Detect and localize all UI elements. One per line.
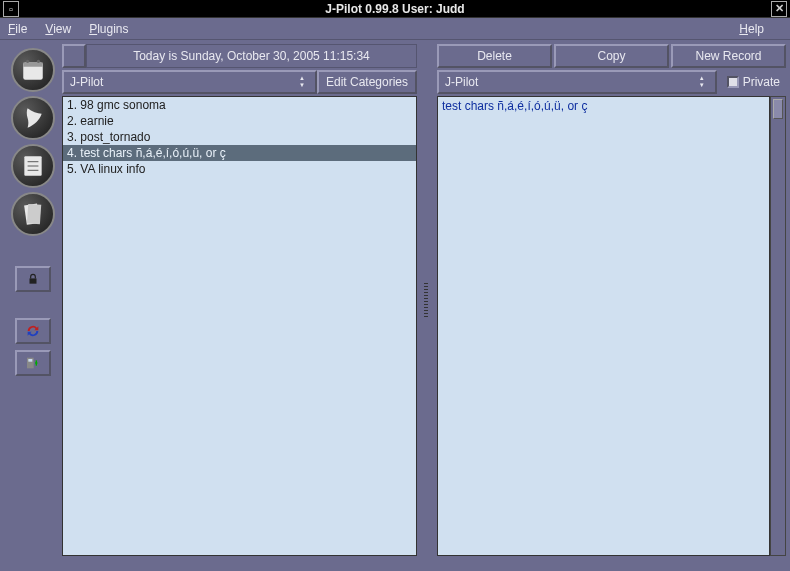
new-record-label: New Record	[695, 49, 761, 63]
svg-rect-10	[30, 278, 37, 283]
copy-label: Copy	[597, 49, 625, 63]
list-item[interactable]: 3. post_tornado	[63, 129, 416, 145]
memo-editor-text: test chars ñ,á,é,í,ó,ú,ü, or ç	[442, 99, 587, 113]
menubar: File View Plugins Help	[0, 18, 790, 40]
svg-point-3	[37, 60, 40, 63]
edit-categories-label: Edit Categories	[326, 75, 408, 89]
memo-icon[interactable]	[11, 192, 55, 236]
sync-button[interactable]	[15, 318, 51, 344]
copy-button[interactable]: Copy	[554, 44, 669, 68]
today-nav-button[interactable]	[62, 44, 86, 68]
sidebar	[4, 44, 62, 556]
list-item[interactable]: 2. earnie	[63, 113, 416, 129]
edit-categories-button[interactable]: Edit Categories	[317, 70, 417, 94]
menu-help[interactable]: Help	[739, 22, 764, 36]
private-label: Private	[743, 75, 780, 89]
memo-editor[interactable]: test chars ñ,á,é,í,ó,ú,ü, or ç	[437, 96, 770, 556]
todo-icon[interactable]	[11, 144, 55, 188]
editor-scrollbar[interactable]	[770, 96, 786, 556]
delete-label: Delete	[477, 49, 512, 63]
split-handle[interactable]	[421, 44, 431, 556]
window-menu-button[interactable]: ▫	[3, 1, 19, 17]
window-title: J-Pilot 0.99.8 User: Judd	[22, 2, 768, 16]
svg-rect-12	[28, 359, 32, 362]
category-combo-right-label: J-Pilot	[445, 75, 695, 89]
list-item[interactable]: 4. test chars ñ,á,é,í,ó,ú,ü, or ç	[63, 145, 416, 161]
svg-point-2	[26, 60, 29, 63]
category-combo-left[interactable]: J-Pilot	[62, 70, 317, 94]
category-combo-left-label: J-Pilot	[70, 75, 295, 89]
list-item[interactable]: 5. VA linux info	[63, 161, 416, 177]
chevron-updown-icon	[295, 75, 309, 89]
delete-button[interactable]: Delete	[437, 44, 552, 68]
svg-rect-1	[23, 62, 43, 66]
datebook-icon[interactable]	[11, 48, 55, 92]
list-item[interactable]: 1. 98 gmc sonoma	[63, 97, 416, 113]
lock-button[interactable]	[15, 266, 51, 292]
memo-list[interactable]: 1. 98 gmc sonoma2. earnie3. post_tornado…	[62, 96, 417, 556]
backup-button[interactable]	[15, 350, 51, 376]
chevron-updown-icon	[695, 75, 709, 89]
today-label: Today is Sunday, October 30, 2005 11:15:…	[86, 44, 417, 68]
svg-rect-9	[27, 204, 41, 224]
right-pane: Delete Copy New Record J-Pilot Private	[435, 44, 786, 556]
category-combo-right[interactable]: J-Pilot	[437, 70, 717, 94]
new-record-button[interactable]: New Record	[671, 44, 786, 68]
menu-file[interactable]: File	[8, 22, 27, 36]
private-checkbox[interactable]	[727, 76, 739, 88]
private-toggle[interactable]: Private	[721, 70, 786, 94]
menu-plugins[interactable]: Plugins	[89, 22, 128, 36]
menu-view[interactable]: View	[45, 22, 71, 36]
left-pane: Today is Sunday, October 30, 2005 11:15:…	[62, 44, 417, 556]
close-button[interactable]: ✕	[771, 1, 787, 17]
svg-rect-13	[36, 360, 37, 365]
address-icon[interactable]	[11, 96, 55, 140]
